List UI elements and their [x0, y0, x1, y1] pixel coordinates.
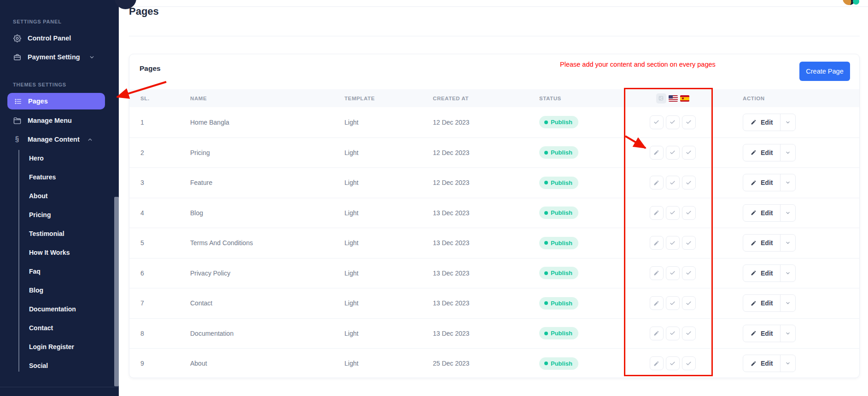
sidebar-item-control-panel[interactable]: Control Panel — [0, 29, 119, 47]
sidebar-subitem-hero[interactable]: Hero — [29, 153, 107, 164]
sidebar-subitem-blog[interactable]: Blog — [29, 285, 107, 296]
lang-check-button[interactable] — [666, 115, 680, 129]
sidebar-item-manage-content[interactable]: § Manage Content — [0, 130, 119, 149]
sidebar-item-manage-menu[interactable]: Manage Menu — [0, 111, 119, 130]
table-row: 6Privacy PolicyLight13 Dec 2023PublishEd… — [129, 258, 859, 288]
status-label: Publish — [551, 149, 572, 156]
edit-button[interactable]: Edit — [743, 265, 780, 281]
lang-check-button[interactable] — [682, 176, 696, 189]
edit-dropdown-button[interactable] — [780, 325, 795, 342]
col-header-created: CREATED AT — [422, 96, 528, 101]
us-flag[interactable] — [669, 95, 678, 102]
notice-text: Please add your content and section on e… — [560, 61, 753, 68]
check-icon — [686, 149, 692, 155]
lang-pencil-button[interactable] — [650, 206, 664, 220]
lang-check-button[interactable] — [650, 115, 664, 129]
settings-panel-label: SETTINGS PANEL — [13, 19, 62, 24]
lang-pencil-button[interactable] — [650, 327, 664, 340]
check-icon — [686, 180, 692, 186]
edit-dropdown-button[interactable] — [780, 235, 795, 251]
lang-check-button[interactable] — [682, 206, 696, 220]
lang-check-button[interactable] — [682, 146, 696, 160]
edit-dropdown-button[interactable] — [780, 114, 795, 131]
lang-check-button[interactable] — [666, 266, 680, 280]
chevron-down-icon — [785, 150, 791, 155]
sidebar-subitem-login-register[interactable]: Login Register — [29, 341, 107, 352]
edit-button[interactable]: Edit — [743, 205, 780, 221]
edit-dropdown-button[interactable] — [780, 295, 795, 311]
sidebar-subitem-testimonial[interactable]: Testimonial — [29, 228, 107, 239]
pencil-icon — [751, 149, 757, 155]
edit-button-label: Edit — [761, 239, 773, 247]
lang-pencil-button[interactable] — [650, 356, 664, 370]
edit-button[interactable]: Edit — [743, 355, 780, 372]
sidebar-item-label: Manage Menu — [28, 117, 72, 124]
table-row: 7ContactLight13 Dec 2023PublishEdit — [129, 288, 859, 318]
lang-check-button[interactable] — [666, 296, 680, 310]
edit-button[interactable]: Edit — [743, 174, 780, 191]
sidebar-item-pages[interactable]: Pages — [7, 93, 105, 109]
edit-button[interactable]: Edit — [743, 235, 780, 251]
lang-check-button[interactable] — [666, 356, 680, 370]
cell-template: Light — [333, 330, 422, 337]
lang-check-button[interactable] — [682, 266, 696, 280]
lang-check-button[interactable] — [682, 356, 696, 370]
edit-button-group: Edit — [743, 204, 796, 222]
sidebar-subitem-documentation[interactable]: Documentation — [29, 304, 107, 315]
edit-button-label: Edit — [761, 270, 773, 277]
sidebar-scrollbar[interactable] — [114, 197, 119, 386]
edit-button[interactable]: Edit — [743, 295, 780, 311]
edit-button[interactable]: Edit — [743, 114, 780, 131]
lang-pencil-button[interactable] — [650, 176, 664, 189]
lang-check-button[interactable] — [666, 146, 680, 160]
pencil-icon — [653, 270, 659, 276]
sidebar-subitem-how-it-works[interactable]: How It Works — [29, 247, 107, 258]
edit-button-group: Edit — [743, 234, 796, 252]
edit-dropdown-button[interactable] — [780, 265, 795, 281]
sidebar-subitem-social[interactable]: Social — [29, 360, 107, 371]
cell-sl: 4 — [129, 209, 179, 217]
lang-pencil-button[interactable] — [650, 296, 664, 310]
lang-pencil-button[interactable] — [650, 146, 664, 160]
cell-created: 25 Dec 2023 — [422, 360, 528, 367]
image-placeholder-flag[interactable] — [656, 93, 666, 103]
lang-check-button[interactable] — [682, 296, 696, 310]
edit-button[interactable]: Edit — [743, 325, 780, 342]
cell-action: Edit — [732, 264, 859, 282]
cell-name: Blog — [179, 209, 333, 217]
cell-name: Terms And Conditions — [179, 239, 333, 247]
table-row: 1Home BanglaLight12 Dec 2023PublishEdit — [129, 107, 859, 138]
cell-template: Light — [333, 239, 422, 247]
edit-dropdown-button[interactable] — [780, 144, 795, 161]
sidebar-subitem-faq[interactable]: Faq — [29, 266, 107, 277]
sidebar-subitem-contact[interactable]: Contact — [29, 322, 107, 333]
lang-pencil-button[interactable] — [650, 266, 664, 280]
cell-sl: 5 — [129, 239, 179, 247]
sidebar-subitem-features[interactable]: Features — [29, 172, 107, 183]
lang-check-button[interactable] — [666, 206, 680, 220]
edit-dropdown-button[interactable] — [780, 355, 795, 372]
gear-icon — [13, 34, 21, 42]
edit-button-label: Edit — [761, 360, 773, 367]
edit-dropdown-button[interactable] — [780, 205, 795, 221]
lang-check-button[interactable] — [666, 176, 680, 189]
cell-status: Publish — [528, 177, 613, 189]
pencil-icon — [751, 119, 757, 125]
sidebar-subitem-about[interactable]: About — [29, 190, 107, 201]
create-page-button[interactable]: Create Page — [799, 62, 850, 81]
lang-check-button[interactable] — [682, 115, 696, 129]
sidebar-subitem-pricing[interactable]: Pricing — [29, 209, 107, 220]
lang-check-button[interactable] — [666, 236, 680, 250]
lang-check-button[interactable] — [666, 327, 680, 340]
status-badge: Publish — [539, 207, 578, 219]
cell-languages — [613, 146, 732, 160]
edit-dropdown-button[interactable] — [780, 174, 795, 191]
cell-languages — [613, 296, 732, 310]
spain-flag[interactable] — [680, 95, 689, 102]
lang-check-button[interactable] — [682, 327, 696, 340]
sidebar-item-payment-setting[interactable]: Payment Setting — [0, 48, 119, 66]
lang-pencil-button[interactable] — [650, 236, 664, 250]
edit-button[interactable]: Edit — [743, 144, 780, 161]
cell-template: Light — [333, 209, 422, 217]
lang-check-button[interactable] — [682, 236, 696, 250]
